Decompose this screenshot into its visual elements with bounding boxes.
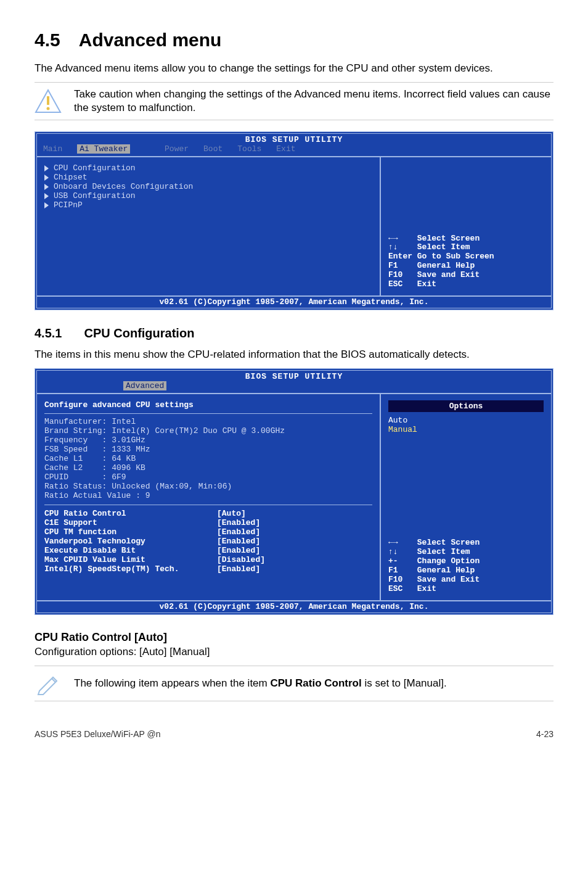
menu-label: USB Configuration	[54, 191, 136, 200]
arrow-icon	[44, 202, 49, 208]
bios1-copyright: v02.61 (C)Copyright 1985-2007, American …	[37, 295, 551, 308]
footer-right: 4-23	[536, 729, 553, 739]
tab-boot[interactable]: Boot	[203, 144, 223, 154]
section-number: 4.5	[35, 30, 60, 51]
config-row[interactable]: Vanderpool Technology[Enabled]	[44, 537, 372, 546]
svg-point-2	[47, 107, 50, 110]
caution-icon	[35, 89, 62, 113]
subsection-number: 4.5.1	[35, 326, 62, 340]
menu-label: Onboard Devices Configuration	[54, 182, 193, 191]
options-title: Options	[388, 400, 544, 412]
config-row[interactable]: Execute Disable Bit[Enabled]	[44, 546, 372, 555]
bios1-keyhints: ←→ Select Screen ↑↓ Select Item Enter Go…	[388, 234, 544, 290]
option-manual[interactable]: Manual	[388, 425, 544, 434]
caution-block: Take caution when changing the settings …	[35, 82, 553, 120]
bios-screen-2: BIOS SETUP UTILITY Advanced Configure ad…	[35, 368, 553, 615]
config-row[interactable]: C1E Support[Enabled]	[44, 518, 372, 527]
tab-tools[interactable]: Tools	[237, 144, 261, 154]
section-name: Advanced menu	[79, 30, 222, 50]
setting-heading: CPU Ratio Control [Auto]	[35, 631, 553, 644]
pencil-icon	[35, 671, 62, 696]
arrow-icon	[44, 175, 49, 181]
config-row[interactable]: CPU Ratio Control[Auto]	[44, 509, 372, 518]
bios2-title: BIOS SETUP UTILITY	[37, 371, 551, 381]
section-title: 4.5Advanced menu	[35, 30, 553, 51]
config-row[interactable]: CPU TM function[Enabled]	[44, 527, 372, 537]
menu-label: CPU Configuration	[54, 163, 136, 173]
bios2-tabs: Advanced	[37, 381, 551, 393]
subsection-name: CPU Configuration	[84, 326, 194, 340]
subsection-intro: The items in this menu show the CPU-rela…	[35, 348, 553, 362]
footer-left: ASUS P5E3 Deluxe/WiFi-AP @n	[35, 729, 161, 739]
menu-item[interactable]: PCIPnP	[44, 200, 372, 210]
arrow-icon	[44, 193, 49, 199]
arrow-icon	[44, 184, 49, 190]
page-footer: ASUS P5E3 Deluxe/WiFi-AP @n 4-23	[35, 712, 553, 739]
tab-main[interactable]: Main	[43, 144, 62, 154]
menu-label: PCIPnP	[54, 200, 83, 210]
bios2-keyhints: ←→ Select Screen ↑↓ Select Item +- Chang…	[388, 538, 544, 594]
menu-item[interactable]: Chipset	[44, 173, 372, 182]
config-row[interactable]: Intel(R) SpeedStep(TM) Tech.[Enabled]	[44, 564, 372, 574]
subsection-title: 4.5.1CPU Configuration	[35, 326, 553, 340]
bios2-heading: Configure advanced CPU settings	[44, 400, 372, 410]
tab-exit[interactable]: Exit	[276, 144, 295, 154]
bios-screen-1: BIOS SETUP UTILITY Main Ai Tweaker Power…	[35, 131, 553, 310]
option-auto[interactable]: Auto	[388, 416, 544, 425]
arrow-icon	[44, 165, 49, 171]
bios2-config: CPU Ratio Control[Auto] C1E Support[Enab…	[44, 509, 372, 574]
tab-power[interactable]: Power	[165, 144, 189, 154]
bios2-info: Manufacturer: Intel Brand String: Intel(…	[44, 418, 372, 500]
intro-paragraph: The Advanced menu items allow you to cha…	[35, 62, 553, 76]
bios2-copyright: v02.61 (C)Copyright 1985-2007, American …	[37, 600, 551, 613]
menu-item[interactable]: CPU Configuration	[44, 163, 372, 173]
caution-text: Take caution when changing the settings …	[74, 88, 553, 115]
bios1-title: BIOS SETUP UTILITY	[37, 134, 551, 144]
bios1-menu: CPU Configuration Chipset Onboard Device…	[37, 157, 381, 295]
bios1-tabs: Main Ai Tweaker Power Boot Tools Exit	[37, 144, 551, 156]
menu-item[interactable]: Onboard Devices Configuration	[44, 182, 372, 191]
tab-ai-tweaker[interactable]: Ai Tweaker	[77, 144, 130, 154]
note-block: The following item appears when the item…	[35, 666, 553, 701]
note-text: The following item appears when the item…	[74, 677, 447, 690]
menu-label: Chipset	[54, 173, 88, 182]
tab-advanced[interactable]: Advanced	[123, 381, 166, 390]
config-options-line: Configuration options: [Auto] [Manual]	[35, 645, 553, 659]
menu-item[interactable]: USB Configuration	[44, 191, 372, 200]
config-row[interactable]: Max CPUID Value Limit[Disabled]	[44, 555, 372, 564]
svg-rect-1	[47, 96, 49, 105]
